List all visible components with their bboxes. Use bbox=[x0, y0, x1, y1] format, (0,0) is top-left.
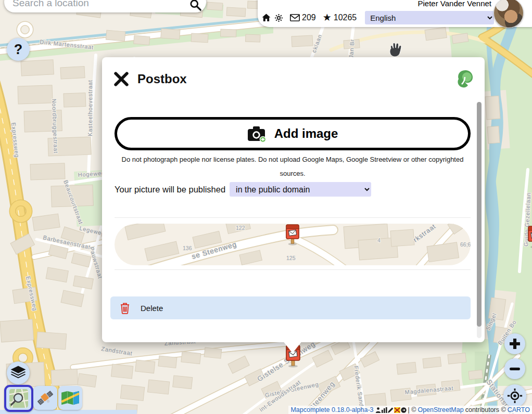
geolocate-button[interactable] bbox=[503, 384, 526, 407]
close-button[interactable] bbox=[112, 70, 130, 88]
help-icon: ? bbox=[14, 42, 23, 58]
attribution-bar: Mapcomplete 0.18.0-alpha-3 | © OpenStree… bbox=[288, 406, 532, 414]
user-menu-row: 209 ★ 10265 English bbox=[262, 10, 510, 25]
flanders-flag-icon[interactable] bbox=[394, 407, 400, 413]
search-icon[interactable] bbox=[189, 0, 202, 11]
osm-carto-icon bbox=[9, 389, 29, 408]
divider bbox=[115, 269, 471, 270]
minimap-housenumber: 122 bbox=[236, 225, 245, 231]
add-image-button[interactable]: Add image bbox=[115, 117, 471, 150]
popup-scrollbar[interactable] bbox=[477, 102, 482, 338]
edit-pencil-icon[interactable] bbox=[388, 407, 394, 413]
language-select[interactable]: English bbox=[365, 11, 494, 24]
mapcomplete-app: Dirk Martensstraat Noordbruggestraat Kas… bbox=[0, 0, 532, 414]
home-icon[interactable] bbox=[262, 14, 271, 22]
basemap-style-osm-button[interactable] bbox=[4, 385, 33, 412]
zoom-in-button[interactable] bbox=[504, 333, 525, 354]
popup-header: Postbox bbox=[112, 69, 475, 89]
image-disclaimer: Do not photograph people nor license pla… bbox=[115, 153, 471, 180]
user-panel: Pieter Vander Vennet 209 ★ 10265 English bbox=[258, 0, 532, 27]
mapcomplete-logo-icon bbox=[454, 69, 475, 89]
minus-icon bbox=[508, 362, 522, 376]
contributor-person-icon[interactable] bbox=[375, 407, 381, 413]
gear-icon[interactable] bbox=[274, 14, 283, 22]
popup-title: Postbox bbox=[137, 72, 187, 86]
popup-tail bbox=[283, 341, 302, 353]
stats-chart-icon[interactable] bbox=[382, 407, 387, 413]
delete-button[interactable]: Delete bbox=[110, 296, 471, 319]
basemap-style-map-button[interactable] bbox=[58, 386, 82, 410]
divider bbox=[115, 217, 471, 218]
license-row: Your picture will be published in the pu… bbox=[115, 182, 371, 197]
street-label: Jan Br bbox=[348, 39, 356, 58]
mapcomplete-version-link[interactable]: Mapcomplete 0.18.0-alpha-3 bbox=[290, 406, 373, 413]
basemap-style-satellite-button[interactable] bbox=[33, 386, 57, 410]
layers-icon bbox=[10, 366, 27, 380]
message-count[interactable]: 209 bbox=[302, 13, 316, 22]
feature-popup: Postbox Add image Do not photograph peop… bbox=[102, 57, 485, 342]
minimap-housenumber: 66;66 bbox=[460, 241, 471, 248]
messages-icon[interactable] bbox=[290, 14, 300, 21]
street-label: Kasteelhoevestraat bbox=[87, 80, 93, 136]
carto-link[interactable]: CARTO bbox=[508, 406, 530, 413]
add-image-label: Add image bbox=[274, 126, 338, 141]
delete-label: Delete bbox=[141, 304, 163, 313]
minimap-housenumber: 136 bbox=[183, 245, 192, 251]
popup-scrollbar-thumb[interactable] bbox=[477, 102, 482, 327]
zoom-out-button[interactable] bbox=[504, 358, 525, 379]
osm-link[interactable]: OpenStreetMap bbox=[417, 406, 463, 413]
satellite-icon bbox=[36, 389, 55, 407]
user-avatar[interactable] bbox=[493, 0, 524, 28]
camera-plus-icon bbox=[247, 125, 267, 142]
folded-map-icon bbox=[60, 390, 80, 406]
popup-minimap[interactable]: se Steenweg 122 136 125 4 rkstraat 66;66 bbox=[115, 224, 471, 265]
attribution-contributors: contributors © bbox=[465, 406, 506, 413]
search-input[interactable] bbox=[11, 0, 185, 10]
help-button[interactable]: ? bbox=[7, 38, 30, 61]
star-icon: ★ bbox=[323, 12, 332, 22]
trash-icon bbox=[120, 302, 130, 314]
search-bar bbox=[4, 0, 206, 12]
attribution-icons bbox=[375, 407, 407, 413]
close-icon bbox=[113, 71, 129, 87]
crosshair-icon bbox=[507, 388, 523, 404]
street-label: Zandstraat bbox=[101, 345, 133, 356]
layers-button[interactable] bbox=[7, 361, 30, 384]
plus-icon bbox=[508, 337, 522, 351]
minimap-housenumber: 4 bbox=[377, 237, 381, 243]
postbox-marker-edge[interactable] bbox=[527, 226, 532, 249]
pan-hand-cursor bbox=[386, 41, 403, 58]
user-name: Pieter Vander Vennet bbox=[418, 0, 492, 8]
attribution-separator: | © bbox=[408, 406, 416, 413]
privacy-circle-icon[interactable] bbox=[401, 407, 407, 413]
license-label: Your picture will be published bbox=[115, 185, 225, 195]
license-select[interactable]: in the public domain bbox=[230, 182, 371, 197]
minimap-housenumber: 125 bbox=[286, 255, 296, 261]
star-count[interactable]: 10265 bbox=[334, 13, 357, 22]
